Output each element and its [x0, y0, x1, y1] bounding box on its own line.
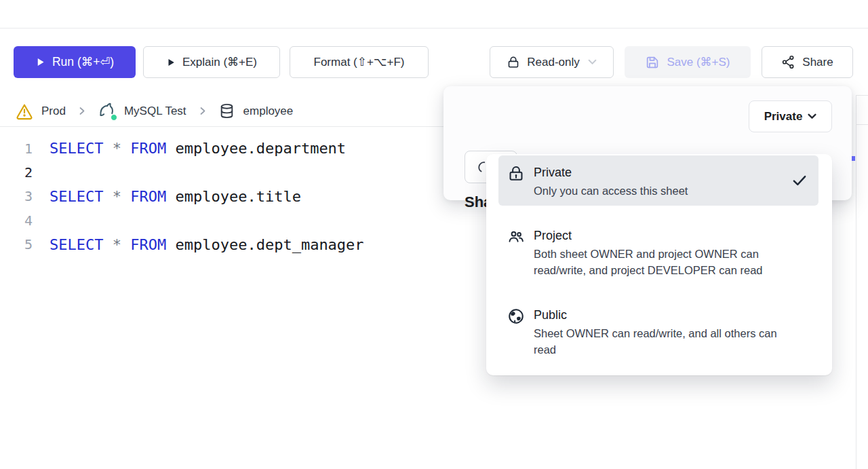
play-icon	[166, 58, 176, 67]
explain-button[interactable]: Explain (⌘+E)	[143, 46, 280, 78]
chevron-right-icon	[197, 106, 208, 116]
code-text: SELECT * FROM employee.department	[50, 140, 346, 157]
readonly-label: Read-only	[527, 56, 580, 69]
database-label: employee	[243, 105, 294, 118]
breadcrumb-instance[interactable]: MySQL Test	[98, 102, 186, 120]
code-line[interactable]: 4	[0, 208, 443, 232]
option-description: Only you can access this sheet	[534, 183, 800, 200]
environment-label: Prod	[41, 105, 66, 118]
option-description: Both sheet OWNER and project OWNER can r…	[534, 246, 800, 278]
share-button[interactable]: Share	[762, 46, 853, 78]
topbar	[0, 0, 868, 29]
chevron-down-icon	[588, 59, 597, 65]
code-text: SELECT * FROM employee.dept_manager	[50, 236, 364, 253]
menu-option-project[interactable]: Project Both sheet OWNER and project OWN…	[498, 219, 818, 285]
right-panel-divider	[856, 95, 856, 469]
save-button: Save (⌘+S)	[625, 46, 751, 78]
share-button-label: Share	[802, 56, 833, 69]
status-dot	[111, 114, 117, 121]
format-button-label: Format (⇧+⌥+F)	[314, 55, 405, 69]
readonly-mode-dropdown[interactable]: Read-only	[490, 46, 614, 78]
instance-label: MySQL Test	[124, 105, 186, 118]
lock-icon	[507, 56, 520, 69]
line-number-active: 2	[0, 164, 33, 181]
sql-editor-screen: Run (⌘+⏎) Explain (⌘+E) Format (⇧+⌥+F) R…	[0, 0, 868, 469]
warning-triangle-icon	[16, 102, 33, 120]
occluded-icon-fragment	[852, 156, 855, 161]
run-button[interactable]: Run (⌘+⏎)	[14, 46, 136, 78]
share-nodes-icon	[781, 55, 795, 69]
link-access-menu: Private Only you can access this sheet P…	[486, 154, 832, 375]
chevron-right-icon	[77, 106, 87, 116]
explain-button-label: Explain (⌘+E)	[182, 55, 257, 69]
format-button[interactable]: Format (⇧+⌥+F)	[290, 46, 429, 78]
check-icon	[791, 172, 808, 189]
code-line[interactable]: 3 SELECT * FROM employee.title	[0, 185, 443, 208]
line-number: 1	[0, 140, 33, 157]
play-icon	[35, 57, 45, 67]
users-icon	[507, 228, 525, 246]
mysql-icon	[98, 102, 116, 120]
code-line[interactable]: 5 SELECT * FROM employee.dept_manager	[0, 233, 443, 257]
line-number: 5	[0, 236, 33, 252]
option-title: Private	[534, 164, 572, 181]
lock-icon	[507, 165, 525, 183]
option-title: Project	[534, 227, 572, 244]
code-line[interactable]: 1 SELECT * FROM employee.department	[0, 136, 443, 160]
globe-icon	[507, 307, 525, 325]
menu-option-public[interactable]: Public Sheet OWNER can read/write, and a…	[498, 298, 818, 364]
option-title: Public	[534, 307, 567, 323]
link-access-dropdown[interactable]: Private	[749, 100, 832, 132]
sql-editor[interactable]: 1 SELECT * FROM employee.department 2 3 …	[0, 136, 443, 257]
menu-option-private[interactable]: Private Only you can access this sheet	[498, 155, 818, 206]
code-line[interactable]: 2	[0, 160, 443, 184]
breadcrumb-environment[interactable]: Prod	[16, 102, 66, 120]
database-icon	[218, 102, 235, 119]
breadcrumb-database[interactable]: employee	[218, 102, 294, 119]
chevron-down-icon	[808, 113, 816, 119]
option-description: Sheet OWNER can read/write, and all othe…	[534, 326, 800, 358]
line-number: 3	[0, 188, 33, 204]
right-panel-line	[856, 95, 868, 96]
breadcrumb: Prod MySQL Test employee	[0, 96, 461, 127]
right-panel-line	[856, 124, 868, 125]
code-text: SELECT * FROM employee.title	[50, 188, 301, 205]
save-button-label: Save (⌘+S)	[667, 55, 730, 69]
line-number: 4	[0, 212, 33, 229]
link-access-value: Private	[764, 110, 803, 124]
save-icon	[645, 55, 660, 70]
run-button-label: Run (⌘+⏎)	[52, 55, 114, 69]
